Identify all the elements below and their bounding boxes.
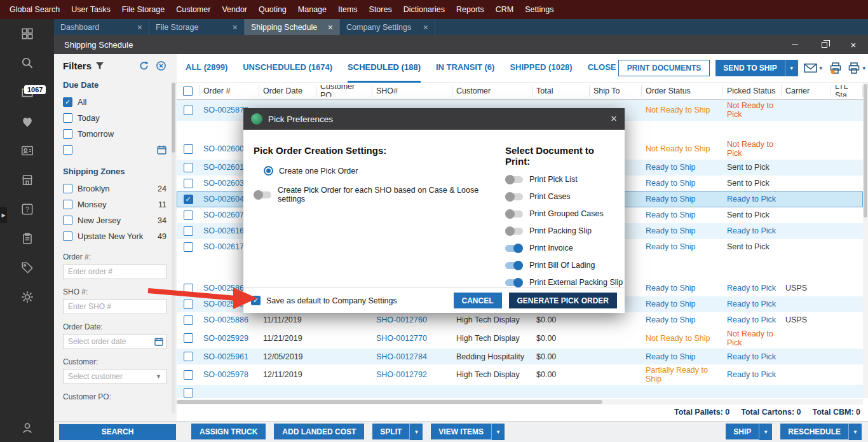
row-checkbox[interactable] xyxy=(184,370,193,380)
cell-sho-number[interactable]: SHO-0012770 xyxy=(372,334,452,343)
menu-item-settings[interactable]: Settings xyxy=(519,0,559,19)
contacts-icon[interactable] xyxy=(19,142,36,158)
pick-order-per-sho-toggle[interactable] xyxy=(254,191,271,198)
menu-item-manage[interactable]: Manage xyxy=(292,0,332,19)
menu-item-customer[interactable]: Customer xyxy=(170,0,216,19)
cell-order-number[interactable]: SO-0025929 xyxy=(200,334,259,343)
send-to-ship-dropdown[interactable]: ▼ xyxy=(785,60,798,76)
zone-option-brooklyn[interactable]: Brooklyn24 xyxy=(63,181,166,197)
toggle-print-external-packing-slip[interactable] xyxy=(505,279,523,286)
printer-icon[interactable]: ▼ xyxy=(848,62,867,74)
tab-close-icon[interactable]: × xyxy=(137,22,142,32)
row-checkbox[interactable] xyxy=(184,388,193,397)
row-checkbox[interactable] xyxy=(184,300,193,309)
tags-icon[interactable] xyxy=(19,259,36,275)
tab-close-icon[interactable]: × xyxy=(233,22,238,32)
row-checkbox[interactable] xyxy=(184,144,193,154)
order-date-input[interactable] xyxy=(63,334,166,349)
reschedule-button[interactable]: RESCHEDULE xyxy=(780,424,848,439)
status-tab-all-2899[interactable]: ALL (2899) xyxy=(186,54,227,83)
filters-scrollbar-thumb[interactable] xyxy=(172,83,175,153)
checkbox[interactable] xyxy=(63,216,72,225)
zone-option-new-jersey[interactable]: New Jersey34 xyxy=(63,212,166,228)
checkbox[interactable] xyxy=(63,145,72,155)
row-checkbox[interactable] xyxy=(184,226,193,236)
menu-item-items[interactable]: Items xyxy=(332,0,363,19)
search-icon[interactable] xyxy=(19,55,36,71)
view-items-dropdown[interactable]: ▼ xyxy=(491,424,505,440)
customer-select[interactable]: Select customer ▼ xyxy=(63,369,166,384)
order-number-input[interactable] xyxy=(63,264,166,279)
store-icon[interactable] xyxy=(19,172,36,188)
help-icon[interactable]: ? xyxy=(19,201,36,217)
minimize-button[interactable] xyxy=(780,35,810,54)
add-landed-cost-button[interactable]: ADD LANDED COST xyxy=(274,424,364,439)
cell-sho-number[interactable]: SHO-0012784 xyxy=(372,352,452,361)
checkbox[interactable] xyxy=(63,200,72,209)
clear-filters-icon[interactable] xyxy=(156,60,166,71)
save-default-checkbox[interactable]: ✓ xyxy=(251,296,261,305)
status-tab-close[interactable]: CLOSE xyxy=(588,54,616,83)
search-button[interactable]: SEARCH xyxy=(59,424,176,440)
row-checkbox[interactable] xyxy=(184,352,193,361)
cell-sho-number[interactable]: SHO-0012792 xyxy=(372,370,452,379)
ship-dropdown[interactable]: ▼ xyxy=(759,424,772,440)
send-to-ship-button[interactable]: SEND TO SHIP xyxy=(715,60,784,76)
row-checkbox[interactable] xyxy=(184,106,193,115)
menu-item-stores[interactable]: Stores xyxy=(363,0,398,19)
row-checkbox[interactable] xyxy=(184,284,193,293)
assign-truck-button[interactable]: ASSIGN TRUCK xyxy=(191,424,266,439)
cell-order-number[interactable]: SO-0025978 xyxy=(200,370,259,379)
table-row[interactable]: SO-002596112/05/2019SHO-0012784Bedding H… xyxy=(177,349,863,364)
generate-pick-order-button[interactable]: GENERATE PICK ORDER xyxy=(509,293,617,308)
menu-item-crm[interactable]: CRM xyxy=(490,0,519,19)
tab-close-icon[interactable]: × xyxy=(423,22,428,32)
menu-item-quoting[interactable]: Quoting xyxy=(253,0,292,19)
due-date-option-tomorrow[interactable]: Tomorrow xyxy=(63,126,166,142)
table-row[interactable]: SO-002597812/11/2019SHO-0012792High Tech… xyxy=(177,364,863,385)
reschedule-dropdown[interactable]: ▼ xyxy=(848,424,862,440)
print-station-icon[interactable] xyxy=(829,62,842,74)
vertical-scrollbar-thumb[interactable] xyxy=(864,84,867,218)
dashboard-icon[interactable] xyxy=(19,25,36,41)
cell-order-number[interactable]: SO-0025886 xyxy=(200,315,259,324)
table-row[interactable]: SO-002592911/21/2019SHO-0012770High Tech… xyxy=(177,328,863,349)
checkbox[interactable] xyxy=(63,129,72,139)
calendar-icon[interactable] xyxy=(157,145,166,155)
create-one-pick-order-radio[interactable] xyxy=(264,166,273,176)
ship-button[interactable]: SHIP xyxy=(726,424,759,439)
toggle-print-cases[interactable] xyxy=(505,193,523,200)
menu-item-global-search[interactable]: Global Search xyxy=(4,0,65,19)
print-documents-button[interactable]: PRINT DOCUMENTS xyxy=(618,60,710,76)
horizontal-scrollbar-thumb[interactable] xyxy=(177,400,602,404)
due-date-option-today[interactable]: Today xyxy=(63,110,166,126)
menu-item-vendor[interactable]: Vendor xyxy=(216,0,253,19)
user-icon[interactable] xyxy=(19,420,36,436)
cell-order-number[interactable]: SO-0025961 xyxy=(200,352,259,361)
calendar-icon[interactable] xyxy=(154,337,163,346)
cancel-button[interactable]: CANCEL xyxy=(454,293,502,308)
tasks-clipboard-icon[interactable] xyxy=(19,230,36,246)
toggle-print-pick-list[interactable] xyxy=(505,176,523,183)
split-button[interactable]: SPLIT xyxy=(372,424,409,439)
view-items-button[interactable]: VIEW ITEMS xyxy=(431,424,491,439)
table-row[interactable] xyxy=(177,385,863,398)
menu-item-reports[interactable]: Reports xyxy=(451,0,490,19)
status-tab-shipped-1028[interactable]: SHIPPED (1028) xyxy=(510,54,572,83)
row-checkbox[interactable] xyxy=(184,242,193,252)
restore-button[interactable] xyxy=(810,35,839,54)
row-checkbox[interactable] xyxy=(184,333,193,343)
cell-sho-number[interactable]: SHO-0012760 xyxy=(372,315,452,324)
menu-item-user-tasks[interactable]: User Tasks xyxy=(65,0,116,19)
sho-number-input[interactable] xyxy=(63,299,166,314)
checkbox[interactable]: ✓ xyxy=(63,97,72,107)
panel-expander[interactable]: ▶ xyxy=(0,207,7,223)
settings-gear-icon[interactable] xyxy=(19,289,36,305)
menu-item-dictionaries[interactable]: Dictionaries xyxy=(398,0,451,19)
menu-item-file-storage[interactable]: File Storage xyxy=(116,0,170,19)
row-checkbox[interactable] xyxy=(184,179,193,188)
status-tab-unscheduled-1674[interactable]: UNSCHEDULED (1674) xyxy=(243,54,332,83)
table-row[interactable]: SO-002588611/11/2019SHO-0012760High Tech… xyxy=(177,312,863,328)
dialog-close-icon[interactable]: × xyxy=(611,113,617,125)
checkbox[interactable] xyxy=(63,113,72,123)
